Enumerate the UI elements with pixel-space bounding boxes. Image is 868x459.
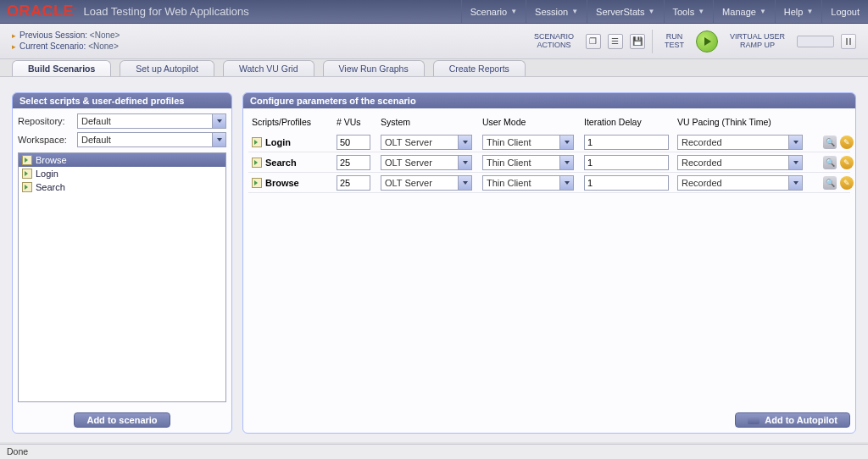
scenario-panel-header: Configure parameters of the scenario — [243, 93, 855, 108]
usermode-select[interactable]: Thin Client — [482, 135, 574, 150]
row-name: Login — [265, 137, 291, 147]
scenario-row: Login OLT Server Thin Client Recorded 🔍 … — [248, 132, 850, 152]
script-icon — [252, 178, 262, 188]
add-to-autopilot-button[interactable]: Add to Autopilot — [735, 412, 850, 428]
chevron-down-icon: ▼ — [806, 8, 813, 15]
usermode-select[interactable]: Thin Client — [482, 175, 574, 191]
top-bar: ORACLE® Load Testing for Web Application… — [0, 0, 868, 24]
nav-session[interactable]: Session▼ — [526, 0, 587, 23]
run-test-label: RUNTEST — [659, 33, 689, 50]
save-scenario-icon[interactable]: 💾 — [630, 34, 645, 49]
script-icon — [22, 155, 32, 165]
session-info: ▸Previous Session: <None> ▸Current Scena… — [12, 30, 120, 53]
view-row-icon[interactable]: 🔍 — [823, 135, 837, 149]
script-icon — [252, 158, 262, 168]
add-to-scenario-button[interactable]: Add to scenario — [74, 412, 170, 428]
row-name: Search — [265, 158, 297, 168]
edit-row-icon[interactable]: ✎ — [840, 176, 854, 190]
tab-build-scenarios[interactable]: Build Scenarios — [12, 60, 111, 76]
vus-input[interactable] — [337, 155, 370, 170]
nav-tools[interactable]: Tools▼ — [664, 0, 714, 23]
chevron-down-icon: ▼ — [648, 8, 655, 15]
iteration-input[interactable] — [584, 175, 669, 191]
top-nav: Scenario▼ Session▼ ServerStats▼ Tools▼ M… — [461, 0, 868, 23]
brand-logo: ORACLE® — [7, 3, 76, 20]
run-test-button[interactable] — [696, 30, 718, 53]
col-usermode: User Mode — [482, 117, 584, 127]
system-select[interactable]: OLT Server — [381, 155, 472, 170]
view-row-icon[interactable]: 🔍 — [823, 156, 837, 169]
status-text: Done — [7, 446, 28, 456]
scenario-actions-label: SCENARIOACTIONS — [529, 33, 579, 50]
current-scenario-label: Current Scenario: — [19, 41, 86, 51]
chevron-down-icon — [788, 135, 802, 149]
status-bar: Done — [0, 444, 868, 459]
nav-scenario[interactable]: Scenario▼ — [461, 0, 526, 23]
chevron-down-icon — [559, 176, 573, 190]
scenario-row: Browse OLT Server Thin Client Recorded 🔍… — [248, 173, 850, 193]
app-title: Load Testing for Web Applications — [83, 5, 248, 18]
previous-session-value: <None> — [90, 30, 120, 40]
script-item-browse[interactable]: Browse — [19, 153, 225, 167]
rampup-slider[interactable] — [797, 36, 834, 47]
scenario-table-header: Scripts/Profiles # VUs System User Mode … — [248, 113, 850, 132]
pacing-select[interactable]: Recorded — [677, 155, 803, 170]
col-system: System — [381, 117, 482, 127]
chevron-down-icon — [212, 114, 225, 128]
chevron-down-icon — [458, 135, 471, 149]
col-pacing: VU Pacing (Think Time) — [677, 117, 813, 127]
chevron-down-icon — [458, 156, 471, 169]
edit-row-icon[interactable]: ✎ — [840, 156, 854, 169]
row-name: Browse — [265, 178, 299, 188]
chevron-down-icon: ▼ — [510, 8, 517, 15]
previous-session-label: Previous Session: — [19, 30, 87, 40]
open-scenario-icon[interactable]: ☰ — [608, 34, 623, 49]
workspace-select[interactable]: Default — [77, 132, 226, 147]
col-vus: # VUs — [337, 117, 381, 127]
vus-input[interactable] — [337, 135, 370, 150]
edit-row-icon[interactable]: ✎ — [840, 135, 854, 149]
nav-help[interactable]: Help▼ — [775, 0, 822, 23]
vus-input[interactable] — [337, 175, 370, 191]
iteration-input[interactable] — [584, 135, 669, 150]
caret-icon: ▸ — [12, 42, 16, 51]
script-icon — [22, 182, 32, 192]
scripts-panel: Select scripts & user-defined profiles R… — [12, 92, 232, 434]
scenario-panel: Configure parameters of the scenario Scr… — [242, 92, 856, 434]
chevron-down-icon — [788, 176, 802, 190]
nav-manage[interactable]: Manage▼ — [713, 0, 775, 23]
tab-bar: Build Scenarios Set up Autopilot Watch V… — [0, 58, 868, 76]
nav-serverstats[interactable]: ServerStats▼ — [587, 0, 663, 23]
script-item-search[interactable]: Search — [19, 180, 225, 194]
usermode-select[interactable]: Thin Client — [482, 155, 574, 170]
nav-logout[interactable]: Logout — [821, 0, 868, 23]
separator — [652, 30, 653, 53]
new-scenario-icon[interactable]: ❐ — [586, 34, 601, 49]
script-list[interactable]: Browse Login Search — [18, 152, 226, 402]
workspace-label: Workspace: — [18, 135, 77, 145]
vu-rampup-label: VIRTUAL USERRAMP UP — [725, 33, 790, 50]
script-icon — [252, 137, 262, 147]
system-select[interactable]: OLT Server — [381, 175, 472, 191]
pause-button[interactable] — [841, 34, 856, 49]
system-select[interactable]: OLT Server — [381, 135, 472, 150]
tab-view-run-graphs[interactable]: View Run Graphs — [323, 60, 425, 76]
col-iteration: Iteration Delay — [584, 117, 677, 127]
pacing-select[interactable]: Recorded — [677, 135, 803, 150]
content-area: Select scripts & user-defined profiles R… — [0, 76, 868, 442]
autopilot-icon — [748, 416, 760, 424]
chevron-down-icon: ▼ — [571, 8, 578, 15]
iteration-input[interactable] — [584, 155, 669, 170]
tab-watch-vu-grid[interactable]: Watch VU Grid — [223, 60, 314, 76]
chevron-down-icon — [559, 156, 573, 169]
repository-select[interactable]: Default — [77, 113, 226, 129]
scenario-row: Search OLT Server Thin Client Recorded 🔍… — [248, 152, 850, 173]
repository-label: Repository: — [18, 116, 77, 126]
col-scripts: Scripts/Profiles — [252, 117, 337, 127]
view-row-icon[interactable]: 🔍 — [823, 176, 837, 190]
tab-setup-autopilot[interactable]: Set up Autopilot — [120, 60, 214, 76]
chevron-down-icon: ▼ — [760, 8, 766, 15]
script-item-login[interactable]: Login — [19, 167, 225, 180]
pacing-select[interactable]: Recorded — [677, 175, 803, 191]
tab-create-reports[interactable]: Create Reports — [433, 60, 526, 76]
